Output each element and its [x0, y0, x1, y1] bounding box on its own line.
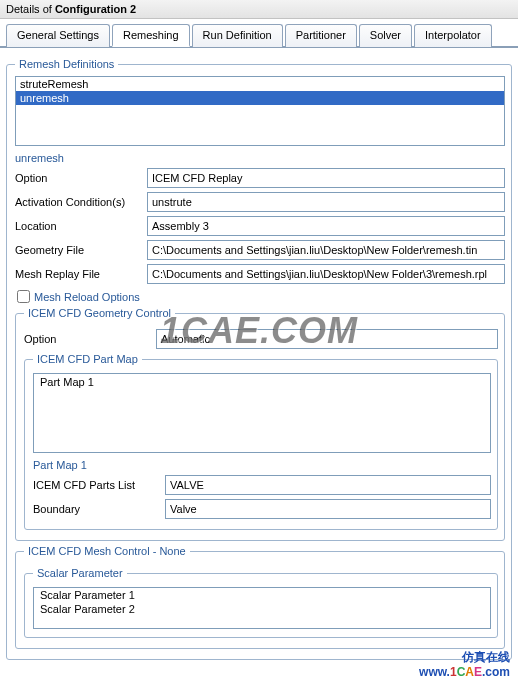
- title-bar: Details of Configuration 2: [0, 0, 518, 19]
- list-item[interactable]: Scalar Parameter 2: [34, 602, 490, 616]
- title-name: Configuration 2: [55, 3, 136, 15]
- input-geometry-file[interactable]: [147, 240, 505, 260]
- input-parts-list[interactable]: [165, 475, 491, 495]
- label-location: Location: [15, 220, 147, 232]
- label-geom-option: Option: [24, 333, 156, 345]
- row-location: Location: [15, 216, 505, 236]
- part-map-list[interactable]: Part Map 1: [33, 373, 491, 453]
- input-location[interactable]: [147, 216, 505, 236]
- title-prefix: Details of: [6, 3, 55, 15]
- part-map-1-heading: Part Map 1: [33, 459, 491, 471]
- input-option[interactable]: [147, 168, 505, 188]
- tab-content: Remesh Definitions struteRemesh unremesh…: [0, 48, 518, 685]
- list-item[interactable]: unremesh: [16, 91, 504, 105]
- input-mesh-replay-file[interactable]: [147, 264, 505, 284]
- list-item[interactable]: Part Map 1: [34, 374, 490, 390]
- remesh-definitions-list[interactable]: struteRemesh unremesh: [15, 76, 505, 146]
- scalar-parameter-group: Scalar Parameter Scalar Parameter 1 Scal…: [24, 567, 498, 638]
- mesh-control-group: ICEM CFD Mesh Control - None Scalar Para…: [15, 545, 505, 649]
- row-geom-option: Option: [24, 329, 498, 349]
- label-mesh-replay-file: Mesh Replay File: [15, 268, 147, 280]
- row-mesh-replay-file: Mesh Replay File: [15, 264, 505, 284]
- tab-remeshing[interactable]: Remeshing: [112, 24, 190, 47]
- input-activation[interactable]: [147, 192, 505, 212]
- list-item[interactable]: struteRemesh: [16, 77, 504, 91]
- row-boundary: Boundary: [33, 499, 491, 519]
- tab-solver[interactable]: Solver: [359, 24, 412, 47]
- input-boundary[interactable]: [165, 499, 491, 519]
- geometry-control-legend: ICEM CFD Geometry Control: [24, 307, 175, 319]
- label-parts-list: ICEM CFD Parts List: [33, 479, 165, 491]
- label-geometry-file: Geometry File: [15, 244, 147, 256]
- label-mesh-reload: Mesh Reload Options: [34, 291, 140, 303]
- row-geometry-file: Geometry File: [15, 240, 505, 260]
- label-option: Option: [15, 172, 147, 184]
- label-activation: Activation Condition(s): [15, 196, 147, 208]
- geometry-control-group: ICEM CFD Geometry Control Option ICEM CF…: [15, 307, 505, 541]
- tab-run-definition[interactable]: Run Definition: [192, 24, 283, 47]
- row-activation: Activation Condition(s): [15, 192, 505, 212]
- list-item[interactable]: Scalar Parameter 1: [34, 588, 490, 602]
- tab-general-settings[interactable]: General Settings: [6, 24, 110, 47]
- scalar-parameter-legend: Scalar Parameter: [33, 567, 127, 579]
- label-boundary: Boundary: [33, 503, 165, 515]
- checkbox-mesh-reload[interactable]: [17, 290, 30, 303]
- tab-strip: General Settings Remeshing Run Definitio…: [0, 19, 518, 48]
- tab-partitioner[interactable]: Partitioner: [285, 24, 357, 47]
- unremesh-heading: unremesh: [15, 152, 505, 164]
- tab-interpolator[interactable]: Interpolator: [414, 24, 492, 47]
- mesh-control-legend: ICEM CFD Mesh Control - None: [24, 545, 190, 557]
- row-option: Option: [15, 168, 505, 188]
- part-map-group: ICEM CFD Part Map Part Map 1 Part Map 1 …: [24, 353, 498, 530]
- part-map-legend: ICEM CFD Part Map: [33, 353, 142, 365]
- scalar-parameter-list[interactable]: Scalar Parameter 1 Scalar Parameter 2: [33, 587, 491, 629]
- row-mesh-reload: Mesh Reload Options: [17, 290, 503, 303]
- row-parts-list: ICEM CFD Parts List: [33, 475, 491, 495]
- remesh-definitions-group: Remesh Definitions struteRemesh unremesh…: [6, 58, 512, 660]
- input-geom-option[interactable]: [156, 329, 498, 349]
- remesh-definitions-legend: Remesh Definitions: [15, 58, 118, 70]
